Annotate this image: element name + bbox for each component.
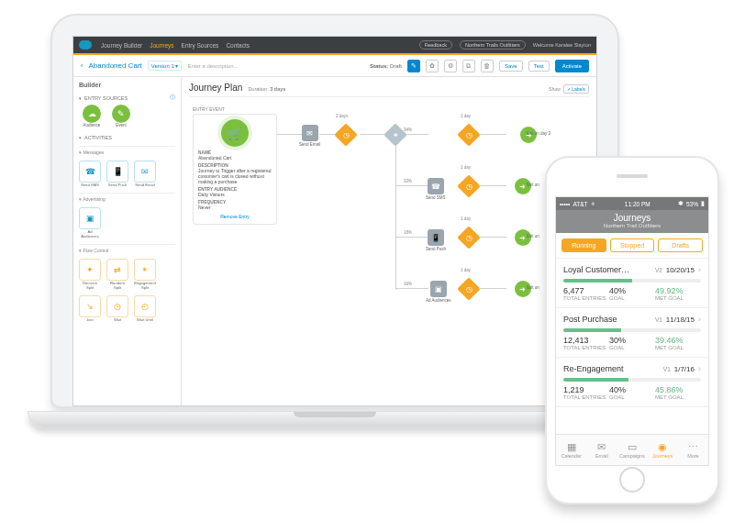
node-send-push[interactable]: 📱Send Push [426, 229, 446, 251]
app-name: Journey Builder [101, 42, 142, 49]
node-wait-b4[interactable]: ◷ [461, 281, 477, 297]
tool-random-split[interactable]: ⇄ [106, 259, 128, 281]
test-button[interactable]: Test [528, 61, 550, 72]
flow-diagram: ENTRY EVENT 🛒 NAMEAbandoned Cart DESCRIP… [189, 101, 589, 376]
node-wait-1[interactable]: ◷ [338, 127, 354, 143]
builder-panel: Builder ENTRY SOURCESⓘ ☁Audience ✎Event … [73, 77, 182, 405]
laptop-frame: Journey Builder Journeys Entry Sources C… [50, 14, 619, 408]
entry-audience[interactable]: ☁Audience [79, 105, 105, 128]
phone-header: Journeys Northern Trail Outfitters [556, 210, 708, 233]
welcome-text: Welcome Karalee Slayton [533, 42, 591, 48]
journey-row[interactable]: Re-EngagementV11/7/16› 1,219TOTAL ENTRIE… [556, 358, 708, 407]
nav-tab-journeys[interactable]: Journeys [150, 42, 173, 49]
chevron-right-icon: › [698, 364, 701, 373]
nav-tab-contacts[interactable]: Contacts [226, 42, 250, 49]
feedback-button[interactable]: Feedback [419, 40, 452, 50]
entry-event[interactable]: ✎Event [108, 105, 134, 128]
tool-join[interactable]: ↘ [79, 295, 101, 317]
journey-name: Re-Engagement [563, 364, 660, 373]
page-header: ‹ Abandoned Cart Version 1 ▾ Enter a des… [73, 55, 596, 77]
journey-canvas[interactable]: Journey Plan Duration: 3 days Show✓ Labe… [182, 77, 596, 405]
node-send-email[interactable]: ✉Send Email [299, 125, 320, 147]
delete-icon[interactable]: 🗑 [481, 60, 494, 72]
phone-nav-campaigns[interactable]: ▭Campaigns [617, 435, 647, 465]
section-entry-sources[interactable]: ENTRY SOURCESⓘ [79, 94, 175, 101]
tool-send-sms[interactable]: ☎ [79, 161, 101, 183]
salesforce-logo-icon [79, 40, 92, 50]
group-advertising[interactable]: ▾ Advertising [79, 193, 175, 202]
org-selector[interactable]: Northern Trails Outfitters [460, 40, 526, 50]
split-pct-34: 34% [404, 127, 412, 132]
tool-wait[interactable]: ◷ [106, 295, 128, 317]
phone-nav-email[interactable]: ✉Email [586, 435, 617, 465]
phone-nav-journeys[interactable]: ◉Journeys [648, 435, 678, 465]
back-icon[interactable]: ‹ [81, 61, 83, 70]
journey-name: Loyal Customer… [563, 265, 651, 274]
journey-name: Post Purchase [563, 315, 651, 324]
node-ad-audiences[interactable]: ▣Ad Audiences [426, 281, 451, 303]
push-icon: 📱 [428, 229, 444, 246]
phone-status-bar: •••••AT&Tᯤ 11:20 PM ✱53%▮ [556, 197, 708, 210]
chevron-right-icon: › [698, 315, 701, 324]
node-send-sms[interactable]: ☎Send SMS [426, 178, 446, 200]
journey-row[interactable]: Loyal Customer…V210/20/15› 6,477TOTAL EN… [556, 259, 708, 308]
node-split[interactable]: ✦ [387, 127, 404, 143]
entry-event-label: ENTRY EVENT [193, 106, 225, 112]
journey-title[interactable]: Abandoned Cart [89, 61, 142, 70]
copy-icon[interactable]: ⧉ [462, 60, 475, 72]
tab-stopped[interactable]: Stopped [610, 238, 655, 252]
event-icon: ✎ [112, 105, 130, 123]
wait-2days-label: 2 days [336, 114, 348, 118]
wait-icon: ◷ [457, 226, 480, 249]
node-exit-2[interactable]: ➜Exit on [506, 178, 539, 187]
show-labels-toggle[interactable]: Show✓ Labels [549, 86, 589, 92]
wait-icon: ◷ [457, 277, 480, 300]
group-messages[interactable]: ▾ Messages [79, 146, 175, 155]
tool-wait-until[interactable]: ◴ [134, 295, 156, 317]
phone-nav-calendar[interactable]: ▦Calendar [556, 435, 586, 465]
phone-frame: •••••AT&Tᯤ 11:20 PM ✱53%▮ Journeys North… [545, 156, 719, 504]
node-exit-4[interactable]: ➜Exit on [506, 281, 539, 290]
tool-send-push[interactable]: 📱 [106, 161, 128, 183]
journey-row[interactable]: Post PurchaseV111/18/15› 12,413TOTAL ENT… [556, 308, 708, 358]
node-wait-b2[interactable]: ◷ [461, 178, 477, 194]
nav-tab-entry-sources[interactable]: Entry Sources [182, 42, 219, 49]
node-wait-b1[interactable]: ◷ [461, 127, 477, 143]
canvas-header: Journey Plan Duration: 3 days Show✓ Labe… [189, 83, 589, 97]
node-exit-3[interactable]: ➜Exit on [506, 229, 539, 238]
gear-icon[interactable]: ⚙ [444, 60, 457, 72]
version-selector[interactable]: Version 1 ▾ [148, 61, 183, 71]
tool-ad-audiences[interactable]: ▣ [79, 207, 101, 229]
journey-list: Loyal Customer…V210/20/15› 6,477TOTAL EN… [556, 259, 708, 434]
builder-heading: Builder [79, 82, 175, 88]
status-label: Status: Draft [370, 63, 402, 69]
tool-decision-split[interactable]: ✦ [79, 259, 101, 281]
activate-button[interactable]: Activate [555, 60, 589, 72]
wait-b3-label: 1 day [461, 216, 471, 221]
progress-bar [563, 328, 701, 332]
section-activities[interactable]: ACTIVITIES [79, 135, 175, 140]
phone-nav-more[interactable]: ⋯More [678, 435, 708, 465]
cart-icon: 🛒 [221, 119, 249, 147]
top-nav: Journey Builder Journeys Entry Sources C… [73, 37, 596, 53]
settings-icon[interactable]: ✿ [426, 60, 439, 72]
remove-entry-link[interactable]: Remove Entry [198, 214, 272, 219]
node-wait-b3[interactable]: ◷ [461, 229, 477, 246]
group-flow-control[interactable]: ▾ Flow Control [79, 244, 175, 253]
tool-engagement-split[interactable]: ✴ [134, 259, 156, 281]
entry-event-card[interactable]: 🛒 NAMEAbandoned Cart DESCRIPTIONJourney … [193, 114, 277, 225]
split-pct-16: 16% [404, 282, 412, 286]
plan-title: Journey Plan [189, 83, 242, 93]
save-button[interactable]: Save [499, 61, 523, 72]
tool-send-email[interactable]: ✉ [134, 161, 156, 183]
ad-icon: ▣ [430, 281, 447, 297]
tab-running[interactable]: Running [561, 238, 606, 252]
edit-icon[interactable]: ✎ [407, 60, 420, 72]
wait-icon: ◷ [457, 123, 480, 146]
tab-drafts[interactable]: Drafts [658, 238, 703, 252]
wait-b2-label: 1 day [461, 165, 471, 170]
email-icon: ✉ [302, 125, 318, 141]
node-exit-1[interactable]: ➜Exit on day 3 [506, 127, 550, 136]
phone-tab-bar: ▦Calendar✉Email▭Campaigns◉Journeys⋯More [556, 434, 708, 465]
description-input[interactable]: Enter a description... [187, 63, 238, 69]
